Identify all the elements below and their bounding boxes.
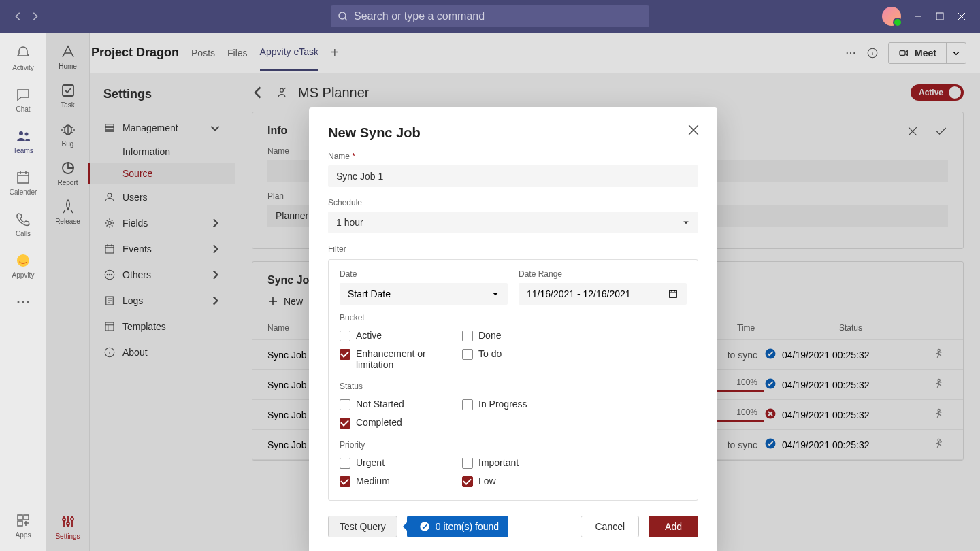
modal-schedule-select[interactable]: 1 hour — [328, 212, 698, 233]
teams-rail: Activity Chat Teams Calender Calls Appvi… — [0, 33, 46, 551]
svg-rect-4 — [18, 173, 29, 183]
rail-activity[interactable]: Activity — [0, 41, 46, 76]
check-bucket-enhancement[interactable]: Enhancement or limitation — [340, 345, 462, 373]
dropdown-icon — [491, 290, 500, 298]
titlebar: Search or type a command — [0, 0, 980, 33]
svg-point-5 — [17, 254, 29, 267]
check-priority-medium[interactable]: Medium — [340, 472, 462, 490]
check-priority-important[interactable]: Important — [462, 454, 585, 472]
modal-name-input[interactable] — [328, 165, 698, 187]
calendar-icon — [668, 288, 679, 299]
back-icon[interactable] — [14, 12, 23, 21]
forward-icon[interactable] — [30, 12, 39, 21]
check-status-inprogress[interactable]: In Progress — [462, 395, 585, 414]
svg-point-7 — [22, 301, 24, 303]
check-status-completed[interactable]: Completed — [340, 414, 462, 432]
search-input[interactable]: Search or type a command — [331, 5, 649, 27]
search-placeholder: Search or type a command — [354, 10, 485, 22]
check-priority-low[interactable]: Low — [462, 472, 585, 490]
rail-teams[interactable]: Teams — [0, 124, 46, 158]
check-circle-icon — [419, 521, 430, 532]
svg-point-0 — [339, 12, 346, 19]
svg-point-2 — [19, 131, 23, 135]
avatar[interactable] — [882, 7, 901, 26]
rail-appvity[interactable]: Appvity — [0, 248, 46, 283]
svg-point-6 — [18, 301, 20, 303]
dropdown-icon — [682, 218, 690, 227]
maximize-icon[interactable] — [935, 12, 945, 21]
filter-date-select[interactable]: Start Date — [340, 283, 508, 305]
test-result-callout: 0 item(s) found — [407, 516, 508, 537]
modal-close-button[interactable] — [687, 124, 700, 139]
check-bucket-done[interactable]: Done — [462, 327, 585, 345]
check-priority-urgent[interactable]: Urgent — [340, 454, 462, 472]
test-query-button[interactable]: Test Query — [328, 516, 397, 537]
minimize-icon[interactable] — [913, 12, 923, 21]
filter-range-input[interactable]: 11/16/2021 - 12/16/2021 — [519, 283, 687, 305]
close-icon[interactable] — [957, 12, 966, 21]
rail-chat[interactable]: Chat — [0, 82, 46, 117]
rail-apps[interactable]: Apps — [0, 508, 46, 543]
svg-point-3 — [25, 133, 29, 136]
cancel-button[interactable]: Cancel — [581, 516, 639, 537]
svg-rect-10 — [24, 515, 29, 520]
svg-point-8 — [27, 301, 29, 303]
check-bucket-active[interactable]: Active — [340, 327, 462, 345]
search-icon — [338, 11, 348, 22]
add-button[interactable]: Add — [649, 516, 698, 537]
svg-rect-44 — [670, 290, 677, 297]
rail-calls[interactable]: Calls — [0, 207, 46, 241]
filter-box: Date Start Date Date Range 11/16/2021 - … — [328, 259, 698, 501]
check-bucket-todo[interactable]: To do — [462, 345, 585, 373]
rail-calendar[interactable]: Calender — [0, 165, 46, 200]
modal-title: New Sync Job — [328, 125, 698, 141]
rail-more[interactable] — [0, 290, 46, 314]
check-status-notstarted[interactable]: Not Started — [340, 395, 462, 414]
svg-rect-1 — [936, 13, 943, 20]
svg-rect-11 — [18, 521, 22, 526]
svg-rect-9 — [18, 515, 22, 520]
new-syncjob-modal: New Sync Job Name * Schedule 1 hour Filt… — [309, 107, 717, 551]
